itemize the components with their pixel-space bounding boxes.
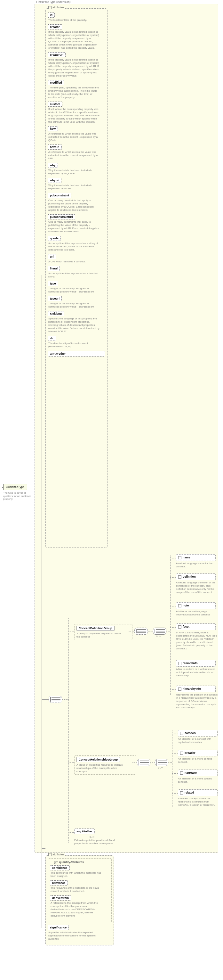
elem-facet: facet (176, 624, 216, 630)
attr-why-label: why (47, 163, 58, 168)
attr-whyuri-desc: Why the metadata has been included - exp… (48, 184, 100, 190)
elem-sameas-desc: An identifier of a concept with equivale… (178, 738, 219, 744)
attr-creatoruri-desc: If the property value is not defined, sp… (48, 58, 100, 78)
attr-custom-label: custom (47, 102, 62, 107)
attr-howuri-desc: A reference to which means the value was… (48, 151, 100, 160)
attr-dir-label: dir (47, 336, 56, 341)
any-hash: ##other (55, 352, 66, 355)
elem-remoteinfo-desc: A link to an item or a web resource whic… (176, 668, 218, 677)
attr-pubconstraint-desc: One or many constraints that apply to pu… (48, 199, 100, 212)
elem-hierarchyinfo: hierarchyInfo (176, 686, 216, 692)
attr-pubconstrainturi-desc: One or many constraints that apply to pu… (48, 220, 100, 233)
elem-sameas-title: sameAs (180, 732, 215, 735)
attr-why-desc: Why the metadata has been included - exp… (48, 169, 100, 175)
attr-creator: creator If the property value is not def… (47, 24, 105, 50)
elem-related-title: related (180, 791, 215, 794)
elem-remoteinfo-title: remoteInfo (178, 662, 214, 665)
elem-name-title: name (178, 556, 214, 559)
attr-relevance-desc: The relevance of the metadata to the new… (51, 886, 102, 893)
sequence-compositor (49, 696, 62, 703)
attr-any-other: any ##other (47, 351, 105, 356)
attr-howuri: howuri A reference to which means the va… (47, 145, 105, 160)
elem-definition-title: definition (178, 575, 214, 579)
attr-typeuri-desc: The type of the concept assigned as cont… (48, 302, 100, 309)
attr-why: why Why the metadata has been included -… (47, 163, 105, 175)
crg-title: ConceptRelationshipsGroup (76, 757, 120, 762)
quantify-grp-label: grp quantifyAttributes (50, 861, 109, 864)
attr-xmllang-desc: Specifies the language of this property … (48, 317, 100, 333)
attr-significance-desc: A qualifier which indicates the expected… (48, 931, 100, 940)
attr-pubconstrainturi: pubconstrainturi One or many constraints… (47, 214, 105, 233)
content-any-hash: ##other (82, 830, 92, 833)
attr-uri-label: uri (47, 254, 56, 259)
attr-typeuri: typeuri The type of the concept assigned… (47, 296, 105, 309)
attr-how-label: how (47, 126, 58, 131)
box-icon (48, 6, 52, 9)
elem-note-title: note (178, 604, 214, 608)
elem-sameas: sameAs (178, 730, 218, 737)
elem-name: name (176, 554, 216, 561)
cdg-cardinality: 0..∞ (156, 635, 161, 638)
elem-facet-title: facet (178, 625, 214, 628)
attr-derivedfrom: derivedfrom A reference to the concept f… (50, 896, 109, 918)
elem-broader-title: broader (180, 751, 215, 755)
elem-remoteinfo: remoteInfo (176, 660, 216, 667)
attr-pubconstrainturi-label: pubconstrainturi (47, 214, 75, 220)
attr-relevance: relevance The relevance of the metadata … (50, 880, 109, 893)
any-label: any (50, 352, 55, 355)
elem-broader: broader (178, 750, 218, 756)
attr-literal-desc: A concept identifier expressed as a free… (48, 272, 100, 278)
attr-id: id The local identifier of the property. (47, 13, 105, 22)
attr-qcode: qcode A concept identifier expressed as … (47, 236, 105, 251)
group-conceptrelationshipsgroup: ConceptRelationshipsGroup A group of pro… (74, 756, 136, 775)
attributes-container: attributes id The local identifier of th… (46, 8, 108, 548)
attr-whyuri: whyuri Why the metadata has been include… (47, 178, 105, 190)
attr-xmllang-label: xml:lang (47, 311, 64, 316)
attr-modified-label: modified (47, 80, 64, 85)
content-any-desc: Extension point for provider-defined pro… (74, 839, 122, 845)
elem-related-desc: A related concept, where the relationshi… (178, 797, 220, 807)
attr-custom-desc: If set to true the corresponding propert… (48, 108, 100, 124)
cdg-choice (153, 628, 166, 635)
elem-hierarchyinfo-desc: Represents the position of a concept in … (176, 693, 218, 709)
elem-hierarchyinfo-title: hierarchyInfo (178, 687, 214, 691)
attr-literal: literal A concept identifier expressed a… (47, 266, 105, 278)
elem-name-desc: A natural language name for the concept. (176, 562, 214, 568)
attr-confidence-label: confidence (50, 865, 70, 870)
crg-desc: A group of properties required to indica… (76, 764, 125, 773)
elem-narrower: narrower (178, 770, 218, 776)
type-audiencetype-desc: The type to cover all qualifers for an a… (3, 492, 35, 501)
attr-pubconstraint: pubconstraint One or many constraints th… (47, 193, 105, 212)
cdg-sequence (134, 628, 148, 635)
attr-how: how A reference to which means the value… (47, 126, 105, 142)
group-conceptdefinitiongroup: ConceptDefinitionGroup A group of proper… (74, 624, 133, 640)
attr-pubconstraint-label: pubconstraint (47, 193, 71, 198)
attr-howuri-label: howuri (47, 145, 62, 150)
attr-creator-label: creator (47, 24, 62, 29)
cdg-title: ConceptDefinitionGroup (76, 626, 115, 631)
elem-note: note (176, 602, 216, 609)
attr-dir: dir The directionality of textual conten… (47, 336, 105, 348)
attr-literal-label: literal (47, 266, 60, 271)
attr-modified-desc: The date (and, optionally, the time) whe… (48, 86, 100, 99)
quantify-attr-header: attributes (47, 853, 65, 856)
attr-type-desc: The type of the concept assigned as cont… (48, 287, 100, 293)
elem-definition-desc: A natural language definition of the sem… (176, 581, 218, 594)
elem-narrower-title: narrower (180, 771, 215, 775)
elem-related: related (178, 789, 218, 796)
elem-broader-desc: An identifier of a more generic concept. (178, 757, 219, 764)
attr-id-label: id (47, 13, 55, 18)
crg-cardinality: 0..∞ (158, 766, 163, 769)
crg-sequence (137, 759, 150, 766)
box-icon (48, 853, 52, 856)
quantify-group-inner: grp quantifyAttributes confidence The co… (47, 858, 112, 922)
attr-uri: uri A URI which identifies a concept. (47, 254, 105, 263)
attr-how-desc: A reference to which means the value was… (48, 132, 100, 142)
attr-whyuri-label: whyuri (47, 178, 62, 183)
attr-qcode-desc: A concept identifier expressed as a stri… (48, 242, 100, 251)
attributes-header: attributes (47, 6, 65, 9)
attr-type: type The type of the concept assigned as… (47, 281, 105, 293)
attr-id-desc: The local identifier of the property. (48, 19, 100, 22)
elem-definition: definition (176, 573, 216, 580)
elem-note-desc: Additional natural language information … (176, 610, 217, 616)
